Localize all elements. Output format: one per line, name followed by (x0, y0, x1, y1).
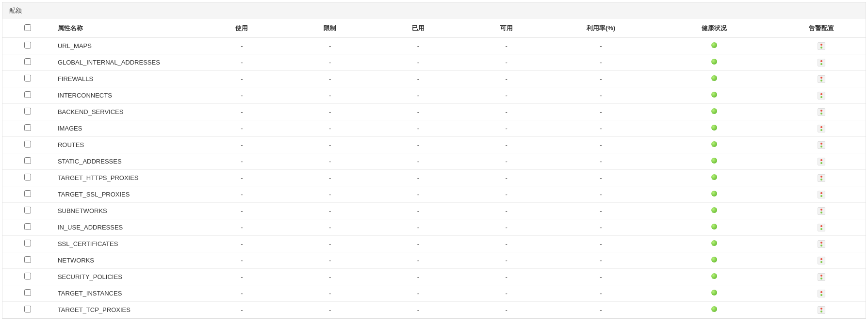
row-use: - (198, 269, 286, 285)
table-row: TARGET_HTTPS_PROXIES----- (2, 170, 866, 186)
health-status-icon (711, 92, 717, 98)
row-utilization: - (551, 252, 652, 269)
row-alert (777, 120, 866, 137)
row-limit: - (286, 153, 374, 170)
row-checkbox[interactable] (24, 108, 31, 115)
row-utilization: - (551, 236, 652, 252)
traffic-light-icon[interactable] (818, 174, 825, 182)
row-checkbox[interactable] (24, 223, 31, 230)
row-checkbox[interactable] (24, 240, 31, 246)
row-checkbox[interactable] (24, 174, 31, 180)
row-use: - (198, 71, 286, 87)
health-status-icon (711, 273, 717, 279)
traffic-light-icon[interactable] (818, 42, 825, 50)
row-limit: - (286, 104, 374, 120)
health-status-icon (711, 125, 717, 131)
row-checkbox[interactable] (24, 75, 31, 82)
traffic-light-icon[interactable] (818, 92, 825, 99)
row-checkbox[interactable] (24, 273, 31, 279)
row-alert (777, 219, 866, 236)
health-status-icon (711, 290, 717, 295)
traffic-light-icon[interactable] (818, 306, 825, 314)
quota-panel: 配额 属性名称 使用 限制 已用 可用 利用率(%) 健康状况 告警配置 UR (2, 2, 866, 319)
row-available: - (462, 120, 551, 137)
row-used: - (374, 236, 462, 252)
table-row: TARGET_SSL_PROXIES----- (2, 186, 866, 203)
row-name: SECURITY_POLICIES (53, 269, 198, 285)
row-checkbox-cell (2, 302, 53, 318)
traffic-light-icon[interactable] (818, 240, 825, 248)
row-available: - (462, 186, 551, 203)
traffic-light-icon[interactable] (818, 290, 825, 297)
traffic-light-icon[interactable] (818, 75, 825, 83)
row-utilization: - (551, 137, 652, 153)
row-name: IN_USE_ADDRESSES (53, 219, 198, 236)
row-used: - (374, 302, 462, 318)
traffic-light-icon[interactable] (818, 224, 825, 231)
select-all-checkbox[interactable] (24, 24, 31, 31)
row-name: NETWORKS (53, 252, 198, 269)
row-used: - (374, 71, 462, 87)
traffic-light-icon[interactable] (818, 273, 825, 281)
row-name: SUBNETWORKS (53, 203, 198, 219)
table-row: BACKEND_SERVICES----- (2, 104, 866, 120)
row-use: - (198, 236, 286, 252)
row-checkbox[interactable] (24, 207, 31, 213)
row-health (651, 203, 777, 219)
traffic-light-icon[interactable] (818, 158, 825, 165)
row-health (651, 38, 777, 54)
row-checkbox[interactable] (24, 124, 31, 131)
row-checkbox-cell (2, 71, 53, 87)
row-use: - (198, 252, 286, 269)
row-health (651, 170, 777, 186)
row-name: BACKEND_SERVICES (53, 104, 198, 120)
row-checkbox[interactable] (24, 190, 31, 197)
row-checkbox-cell (2, 219, 53, 236)
row-checkbox[interactable] (24, 157, 31, 164)
row-alert (777, 137, 866, 153)
health-status-icon (711, 158, 717, 164)
traffic-light-icon[interactable] (818, 108, 825, 116)
row-name: INTERCONNECTS (53, 87, 198, 104)
row-use: - (198, 170, 286, 186)
row-checkbox[interactable] (24, 306, 31, 312)
row-limit: - (286, 87, 374, 104)
traffic-light-icon[interactable] (818, 207, 825, 215)
header-limit: 限制 (286, 19, 374, 38)
health-status-icon (711, 224, 717, 230)
table-row: TARGET_INSTANCES----- (2, 285, 866, 302)
row-checkbox-cell (2, 104, 53, 120)
row-health (651, 252, 777, 269)
row-limit: - (286, 302, 374, 318)
row-name: STATIC_ADDRESSES (53, 153, 198, 170)
row-limit: - (286, 137, 374, 153)
row-available: - (462, 54, 551, 71)
row-checkbox[interactable] (24, 256, 31, 263)
row-checkbox[interactable] (24, 42, 31, 49)
row-utilization: - (551, 104, 652, 120)
traffic-light-icon[interactable] (818, 141, 825, 149)
health-status-icon (711, 75, 717, 81)
row-available: - (462, 252, 551, 269)
traffic-light-icon[interactable] (818, 257, 825, 264)
row-used: - (374, 203, 462, 219)
row-limit: - (286, 71, 374, 87)
row-health (651, 104, 777, 120)
traffic-light-icon[interactable] (818, 191, 825, 198)
row-checkbox[interactable] (24, 289, 31, 296)
row-used: - (374, 269, 462, 285)
row-available: - (462, 153, 551, 170)
row-alert (777, 71, 866, 87)
row-checkbox[interactable] (24, 141, 31, 148)
row-used: - (374, 137, 462, 153)
row-checkbox[interactable] (24, 58, 31, 65)
row-limit: - (286, 186, 374, 203)
row-checkbox-cell (2, 170, 53, 186)
row-utilization: - (551, 203, 652, 219)
traffic-light-icon[interactable] (818, 59, 825, 66)
traffic-light-icon[interactable] (818, 125, 825, 132)
row-used: - (374, 104, 462, 120)
row-health (651, 302, 777, 318)
row-checkbox[interactable] (24, 91, 31, 98)
row-health (651, 54, 777, 71)
